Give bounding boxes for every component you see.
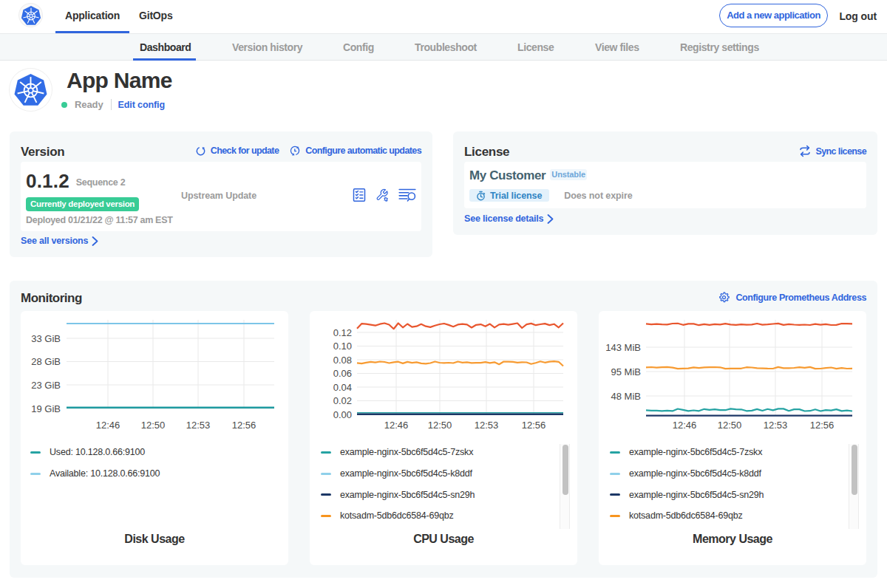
svg-text:28 GiB: 28 GiB <box>31 356 61 367</box>
svg-text:33 GiB: 33 GiB <box>31 333 61 344</box>
svg-text:0.12: 0.12 <box>333 327 352 338</box>
svg-text:12:53: 12:53 <box>186 420 211 431</box>
svg-text:48 MiB: 48 MiB <box>611 391 641 402</box>
svg-text:0.02: 0.02 <box>333 395 352 406</box>
svg-text:12:53: 12:53 <box>764 420 788 431</box>
svg-text:23 GiB: 23 GiB <box>31 380 61 391</box>
svg-text:0.00: 0.00 <box>333 409 352 420</box>
svg-text:12:46: 12:46 <box>673 420 697 431</box>
svg-text:12:46: 12:46 <box>384 420 409 431</box>
svg-text:12:50: 12:50 <box>428 420 452 431</box>
svg-text:12:56: 12:56 <box>810 420 835 431</box>
svg-text:12:56: 12:56 <box>232 420 256 431</box>
svg-text:0.08: 0.08 <box>333 355 352 366</box>
svg-text:143 MiB: 143 MiB <box>605 342 641 353</box>
svg-text:0.04: 0.04 <box>333 382 352 393</box>
svg-text:12:50: 12:50 <box>141 420 166 431</box>
svg-text:0.06: 0.06 <box>333 368 352 379</box>
svg-text:12:56: 12:56 <box>522 420 546 431</box>
svg-text:12:46: 12:46 <box>96 420 120 431</box>
svg-text:0.10: 0.10 <box>333 341 352 352</box>
svg-text:12:53: 12:53 <box>475 420 499 431</box>
svg-text:95 MiB: 95 MiB <box>611 366 641 377</box>
svg-text:19 GiB: 19 GiB <box>31 403 61 414</box>
svg-text:12:50: 12:50 <box>718 420 742 431</box>
